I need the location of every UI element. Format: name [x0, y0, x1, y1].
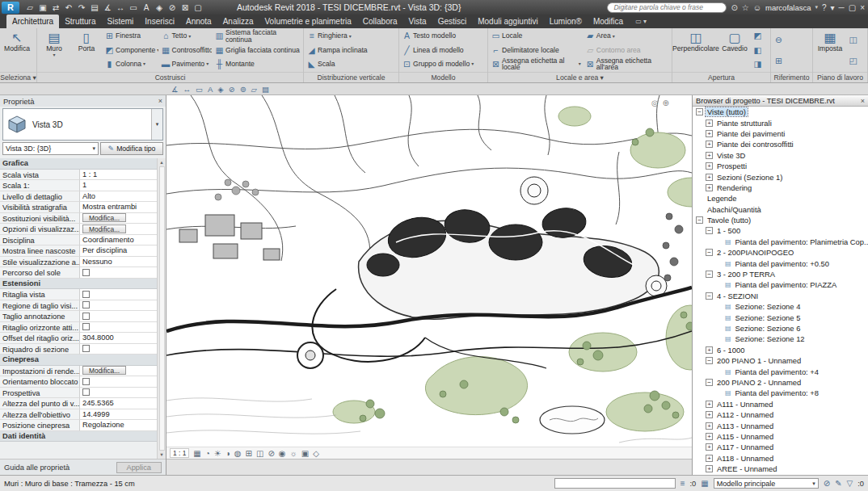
schedule-icon[interactable]: ▤	[262, 85, 269, 94]
tree-item-piante-dei-controsoffitti[interactable]: +Piante dei controsoffitti	[693, 139, 868, 149]
tag-icon[interactable]: ▭	[196, 85, 203, 94]
maximize-icon[interactable]: ▢	[849, 3, 856, 12]
favorites-star-icon[interactable]: ☆	[742, 3, 749, 12]
rampa-inclinata-button[interactable]: ◢Rampa inclinata	[305, 43, 369, 57]
tree-item-sezione-sezione-12[interactable]: ▤Sezione: Sezione 12	[693, 334, 868, 344]
lock-3d-view-icon[interactable]: ⊘	[268, 449, 274, 458]
expand-icon[interactable]: +	[706, 162, 713, 170]
expand-icon[interactable]: +	[706, 152, 713, 159]
show-crop-icon[interactable]: ◫	[256, 449, 263, 458]
tetto-button[interactable]: ⌂Tetto▾	[160, 29, 212, 43]
tree-item-pianta-del-pavimento-8[interactable]: ▤Pianta del pavimento: +8	[693, 388, 868, 398]
sistema-facciata-continua-button[interactable]: ▥Sistema facciata continua	[213, 29, 301, 43]
shadows-icon[interactable]: ◑	[225, 449, 230, 458]
controsoffitto-button[interactable]: ▦Controsoffitto	[160, 43, 212, 57]
tree-item-sezioni-sezione-1[interactable]: +Sezioni (Sezione 1)	[693, 171, 868, 182]
scroll-up-icon[interactable]: ▲	[159, 160, 163, 165]
expand-icon[interactable]: +	[706, 422, 713, 430]
editable-only-icon[interactable]: ✎	[835, 479, 841, 488]
tree-item-a112-unnamed[interactable]: +A112 - Unnamed	[693, 409, 868, 420]
checkbox-ritaglia-vista[interactable]	[82, 291, 90, 298]
help-menu-caret-icon[interactable]: ▾	[831, 3, 835, 12]
properties-help-link[interactable]: Guida alle proprietà	[4, 464, 70, 472]
collapse-icon[interactable]: −	[706, 227, 713, 234]
area-button[interactable]: ▰Area▾	[584, 29, 670, 43]
site-plan-drawing[interactable]	[166, 95, 692, 447]
expand-icon[interactable]: +	[706, 184, 713, 191]
print-icon[interactable]: ▤	[90, 3, 99, 12]
scala-button[interactable]: ◣Scala	[305, 57, 369, 71]
collapse-icon[interactable]: −	[696, 108, 703, 115]
assegna-etichetta-all-area-button[interactable]: ⊠Assegna etichetta all'area	[584, 57, 670, 71]
displaced-elements-icon[interactable]: ◇	[313, 449, 319, 458]
sun-path-icon[interactable]: ☀	[214, 449, 221, 458]
redo-icon[interactable]: ↷	[77, 3, 86, 12]
tab-vista[interactable]: Vista	[403, 15, 432, 28]
edit-type-button[interactable]: ✎ Modifica tipo	[100, 142, 163, 155]
visual-style-icon[interactable]: ◔	[205, 449, 210, 458]
face-opening-button[interactable]: ◩	[752, 29, 764, 43]
tree-item-aree-unnamed[interactable]: +AREE - Unnamed	[693, 464, 868, 474]
crop-view-icon[interactable]: ⊞	[246, 449, 252, 458]
tree-item-2-200pianoipogeo[interactable]: −2 - 200PIANOIPOGEO	[693, 247, 868, 258]
close-icon[interactable]: ×	[860, 3, 865, 12]
minimize-icon[interactable]: ─	[839, 3, 845, 12]
collapse-icon[interactable]: −	[706, 249, 713, 256]
collapse-icon[interactable]: −	[706, 357, 713, 364]
scale-button[interactable]: 1 : 1	[170, 448, 189, 458]
montante-button[interactable]: ╫Montante	[213, 57, 301, 71]
panel-label-riferimento[interactable]: Riferimento	[771, 72, 812, 82]
expand-icon[interactable]: +	[706, 346, 713, 354]
griglia-facciata-continua-button[interactable]: ▦Griglia facciata continua	[213, 43, 301, 57]
tree-item-sezione-sezione-4[interactable]: ▤Sezione: Sezione 4	[693, 301, 868, 312]
checkbox-orientamento-bloccato[interactable]	[82, 378, 90, 385]
panel-label-seleziona[interactable]: Seleziona ▾	[0, 72, 36, 82]
checkbox-ritaglio-orizzonte-atti[interactable]	[82, 323, 90, 330]
tree-item-abachi-quantit[interactable]: Abachi/Quantità	[693, 204, 868, 215]
tab-inserisci[interactable]: Inserisci	[139, 15, 180, 28]
section-dati-identit[interactable]: Dati identità	[0, 431, 157, 443]
save-icon[interactable]: ▣	[38, 3, 48, 12]
tree-item-sezione-sezione-6[interactable]: ▤Sezione: Sezione 6	[693, 323, 868, 334]
worksets-icon[interactable]: ≡	[680, 479, 685, 488]
checkbox-riquadro-di-sezione[interactable]	[82, 345, 90, 352]
linea-di-modello-button[interactable]: ╱Linea di modello	[401, 43, 475, 57]
ringhiera-button[interactable]: ≡Ringhiera▾	[305, 29, 369, 43]
render-icon[interactable]: ◍	[234, 449, 242, 458]
drawing-area[interactable]: ◎⊕ 1 : 1▦◔☀◑◍⊞◫⊘◉☼▣◇	[166, 95, 692, 475]
tree-item-a115-unnamed[interactable]: +A115 - Unnamed	[693, 431, 868, 442]
grid-button[interactable]: ⊞	[773, 54, 785, 68]
tree-item-4-sezioni[interactable]: −4 - SEZIONI	[693, 291, 868, 301]
tree-item-legende[interactable]: Legende	[693, 193, 868, 204]
tree-item-pianta-del-pavimento-planimetria-cop[interactable]: ▤Pianta del pavimento: Planimetria Cop..…	[693, 237, 868, 247]
checkbox-regione-di-taglio-visi[interactable]	[82, 301, 90, 308]
panel-label-apertura[interactable]: Apertura	[672, 72, 770, 82]
sheet-icon[interactable]: ▱	[251, 85, 257, 94]
section-icon[interactable]: ⊘	[167, 3, 177, 12]
expand-icon[interactable]: +	[706, 443, 713, 451]
close-inactive-windows-icon[interactable]: ⊠	[180, 3, 190, 12]
tree-item-pianta-del-pavimento-0-50[interactable]: ▤Pianta del pavimento: +0.50	[693, 258, 868, 268]
panel-label-piano-di-lavoro[interactable]: Piano di lavoro	[813, 72, 867, 82]
scrollbar-track[interactable]	[159, 166, 165, 451]
panel-label-costruisci[interactable]: Costruisci	[37, 72, 303, 82]
tree-item-1-500[interactable]: −1 - 500	[693, 225, 868, 236]
dormer-opening-button[interactable]: ◨	[752, 57, 764, 71]
tab-collabora[interactable]: Collabora	[357, 15, 403, 28]
opzioni-di-visualizzaz-edit-button[interactable]: Modifica...	[82, 225, 126, 233]
componente-button[interactable]: ◩Componente▾	[103, 43, 158, 57]
testo-modello-button[interactable]: ATesto modello	[401, 29, 475, 43]
revit-application-menu-button[interactable]: R	[2, 2, 19, 14]
user-menu-caret-icon[interactable]: ▾	[815, 4, 819, 10]
expand-icon[interactable]: +	[706, 130, 713, 137]
tab-architettura[interactable]: Architettura	[6, 15, 59, 28]
tree-item-pianta-del-pavimento-4[interactable]: ▤Pianta del pavimento: +4	[693, 366, 868, 376]
gruppo-di-modello-button[interactable]: ⊡Gruppo di modello▾	[401, 57, 475, 71]
locale-button[interactable]: ▭Locale	[490, 29, 583, 43]
expand-icon[interactable]: +	[706, 433, 713, 440]
porta-button[interactable]: ▯Porta	[71, 29, 102, 71]
dimension-icon[interactable]: ↔	[183, 85, 192, 94]
contorno-area-button[interactable]: ▱Contorno area	[584, 43, 670, 57]
tree-item-6-1000[interactable]: +6 - 1000	[693, 345, 868, 355]
tree-item-piante-dei-pavimenti[interactable]: +Piante dei pavimenti	[693, 128, 868, 139]
